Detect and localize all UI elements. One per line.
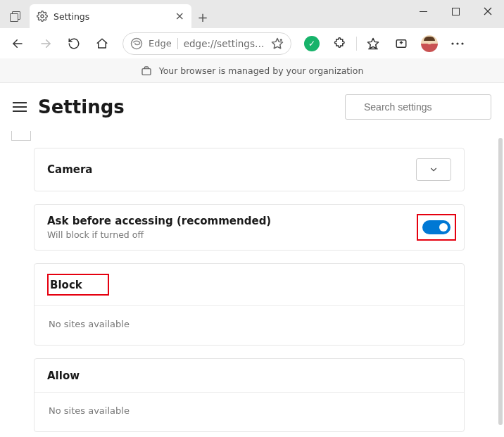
chevron-down-icon [429, 165, 439, 175]
puzzle-icon [334, 37, 346, 50]
back-button[interactable] [6, 32, 30, 56]
block-highlight: Block [47, 274, 109, 296]
allow-title: Allow [47, 369, 80, 382]
search-input[interactable] [363, 101, 489, 113]
ask-before-accessing-toggle[interactable] [422, 220, 451, 234]
minimize-icon [420, 8, 427, 15]
home-icon [96, 37, 108, 50]
ask-title: Ask before accessing (recommended) [47, 215, 271, 227]
search-input-wrapper[interactable] [345, 94, 491, 120]
checkmark-circle-icon: ✓ [304, 36, 320, 51]
ellipsis-icon [451, 42, 464, 45]
browser-toolbar: Edge edge://settings… ✓ [0, 28, 504, 59]
svg-point-16 [451, 42, 453, 44]
camera-header-card: Camera [34, 148, 465, 191]
svg-rect-19 [142, 68, 151, 75]
camera-ask-card: Ask before accessing (recommended) Will … [34, 204, 465, 251]
close-icon [484, 7, 492, 15]
address-prefix: Edge [149, 38, 172, 49]
new-tab-button[interactable]: + [191, 6, 214, 28]
profile-button[interactable] [417, 32, 441, 56]
collections-icon [395, 37, 408, 50]
browser-tab-settings[interactable]: Settings × [30, 4, 191, 28]
allow-section: Allow No sites available [34, 358, 465, 432]
block-section: Block No sites available [34, 263, 465, 346]
settings-menu-button[interactable] [13, 102, 27, 112]
star-icon [271, 37, 284, 50]
tab-actions-button[interactable] [1, 4, 30, 28]
star-outline-icon [367, 37, 379, 50]
vertical-scrollbar[interactable] [498, 138, 503, 425]
address-url: edge://settings… [184, 38, 265, 49]
settings-content: Camera Ask before accessing (recommended… [0, 131, 504, 437]
svg-point-0 [41, 15, 44, 18]
block-body: No sites available [34, 306, 464, 345]
block-title: Block [50, 279, 82, 291]
camera-expand-button[interactable] [416, 158, 451, 181]
tab-stack-icon [10, 11, 21, 21]
window-titlebar: Settings × + [0, 0, 504, 28]
svg-point-18 [461, 42, 463, 44]
ask-subtitle: Will block if turned off [47, 229, 271, 240]
arrow-left-icon [11, 37, 24, 50]
page-title: Settings [38, 96, 125, 118]
camera-title: Camera [47, 163, 92, 176]
gear-icon [37, 11, 48, 22]
refresh-icon [68, 37, 80, 50]
svg-point-17 [456, 42, 458, 44]
maximize-button[interactable] [439, 0, 472, 23]
minimize-button[interactable] [407, 0, 439, 23]
briefcase-icon [141, 65, 152, 77]
home-button[interactable] [90, 32, 114, 56]
maximize-icon [452, 8, 460, 15]
arrow-right-icon [39, 37, 52, 50]
allow-body: No sites available [34, 393, 464, 431]
forward-button[interactable] [34, 32, 58, 56]
extensions-button[interactable] [328, 32, 352, 56]
address-bar[interactable]: Edge edge://settings… [122, 32, 291, 55]
favorite-button[interactable] [271, 37, 284, 50]
managed-org-banner: Your browser is managed by your organiza… [0, 59, 504, 83]
settings-header: Settings [0, 83, 504, 131]
address-separator [177, 38, 178, 49]
managed-org-text: Your browser is managed by your organiza… [159, 65, 364, 76]
favorites-button[interactable] [361, 32, 385, 56]
close-window-button[interactable] [472, 0, 504, 23]
tab-title: Settings [53, 11, 170, 22]
more-button[interactable] [446, 32, 470, 56]
svg-rect-2 [452, 8, 459, 15]
extension-green-button[interactable]: ✓ [300, 32, 324, 56]
toolbar-divider [356, 37, 357, 51]
toggle-highlight [417, 214, 456, 241]
svg-marker-11 [368, 38, 379, 48]
edge-logo-icon [130, 37, 143, 50]
close-tab-button[interactable]: × [175, 11, 184, 22]
collections-button[interactable] [389, 32, 413, 56]
refresh-button[interactable] [62, 32, 86, 56]
avatar-icon [421, 35, 438, 52]
window-controls [407, 0, 504, 23]
